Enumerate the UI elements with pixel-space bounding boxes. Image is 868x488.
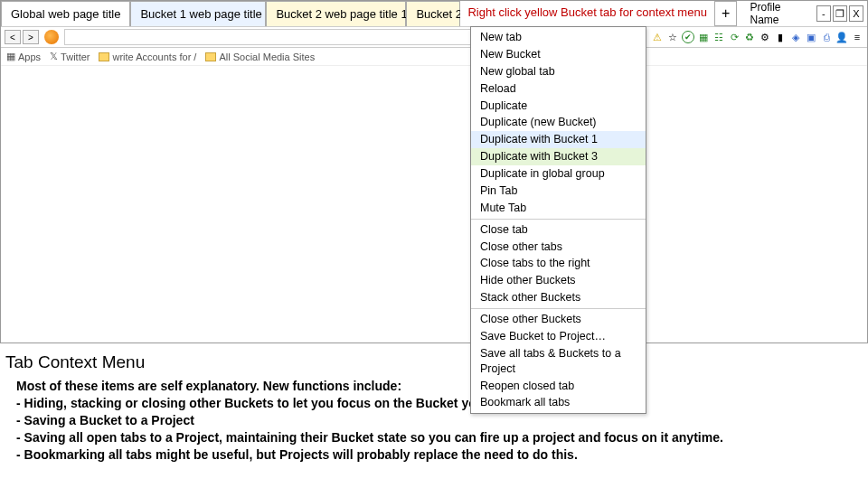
twitter-icon: 𝕏	[50, 51, 58, 62]
menu-bookmark-all[interactable]: Bookmark all tabs	[471, 394, 646, 411]
password-icon[interactable]: ▦	[697, 31, 710, 43]
back-button[interactable]: <	[5, 30, 21, 44]
doc-line: - Bookmarking all tabs might be useful, …	[5, 446, 863, 464]
menu-duplicate-bucket3[interactable]: Duplicate with Bucket 3	[471, 148, 646, 165]
doc-line: - Saving all open tabs to a Project, mai…	[5, 429, 863, 446]
bookmark-icon[interactable]: ▣	[805, 31, 817, 43]
sync-icon[interactable]: ⟳	[728, 31, 741, 43]
nav-toolbar: < > ⚠ ☆ ✔ ▦ ☷ ⟳ ♻ ⚙ ▮ ◈ ▣ ⎙ 👤 ≡	[1, 26, 867, 48]
menu-separator	[471, 308, 646, 309]
menu-mute-tab[interactable]: Mute Tab	[471, 200, 646, 217]
new-tab-button[interactable]: +	[714, 1, 738, 26]
bookmark-twitter[interactable]: 𝕏 Twitter	[50, 51, 90, 62]
menu-pin-tab[interactable]: Pin Tab	[471, 183, 646, 200]
bookmark-label: Apps	[18, 52, 41, 62]
apps-icon: ▦	[6, 51, 15, 62]
divider-icon: ▮	[774, 31, 787, 43]
browser-icon	[44, 30, 59, 44]
tab-context-menu: New tab New Bucket New global tab Reload…	[470, 26, 646, 414]
folder-icon	[99, 52, 109, 61]
tab-bucket2-b[interactable]: Bucket 2	[406, 1, 460, 26]
forward-button[interactable]: >	[23, 30, 39, 44]
doc-line: Most of these items are self explanatory…	[5, 378, 863, 395]
menu-save-bucket-project[interactable]: Save Bucket to Project…	[471, 328, 646, 345]
window-controls: Profile Name - ❐ X	[737, 1, 867, 26]
star-icon[interactable]: ☆	[666, 31, 679, 43]
doc-line: - Hiding, stacking or closing other Buck…	[5, 395, 863, 412]
bookmark-accounts[interactable]: write Accounts for /	[99, 52, 196, 62]
print-icon[interactable]: ⎙	[820, 31, 833, 43]
maximize-button[interactable]: ❐	[833, 5, 847, 22]
bookmark-label: Twitter	[61, 52, 90, 62]
menu-reload[interactable]: Reload	[471, 80, 646, 98]
bookmark-apps[interactable]: ▦ Apps	[6, 51, 41, 62]
minimize-button[interactable]: -	[816, 5, 831, 22]
menu-duplicate-new-bucket[interactable]: Duplicate (new Bucket)	[471, 114, 646, 131]
menu-close-tab[interactable]: Close tab	[471, 221, 646, 239]
check-icon[interactable]: ✔	[682, 31, 694, 43]
context-hint: Right click yellow Bucket tab for contex…	[460, 1, 713, 26]
recycle-icon[interactable]: ♻	[743, 31, 756, 43]
menu-stack-other-buckets[interactable]: Stack other Buckets	[471, 289, 646, 306]
menu-duplicate[interactable]: Duplicate	[471, 98, 646, 115]
tab-bar: Global web page title Bucket 1 web page …	[1, 1, 867, 26]
menu-hide-other-buckets[interactable]: Hide other Buckets	[471, 272, 646, 289]
doc-heading: Tab Context Menu	[5, 352, 863, 372]
menu-new-tab[interactable]: New tab	[471, 29, 646, 46]
bookmark-label: All Social Media Sites	[219, 52, 315, 62]
menu-close-other-buckets[interactable]: Close other Buckets	[471, 311, 646, 328]
warning-icon[interactable]: ⚠	[651, 31, 664, 43]
calendar-icon[interactable]: ☷	[712, 31, 725, 43]
gear-icon[interactable]: ⚙	[759, 31, 771, 43]
menu-separator	[471, 219, 646, 220]
menu-icon[interactable]: ≡	[851, 31, 863, 43]
menu-duplicate-bucket1[interactable]: Duplicate with Bucket 1	[471, 131, 646, 148]
menu-duplicate-global[interactable]: Duplicate in global group	[471, 165, 646, 183]
doc-line: - Saving a Bucket to a Project	[5, 412, 863, 429]
description-block: Tab Context Menu Most of these items are…	[0, 343, 868, 463]
menu-new-bucket[interactable]: New Bucket	[471, 46, 646, 63]
menu-reopen-closed[interactable]: Reopen closed tab	[471, 378, 646, 395]
tab-global[interactable]: Global web page title	[1, 1, 130, 26]
browser-window: Global web page title Bucket 1 web page …	[0, 0, 868, 343]
bookmark-social[interactable]: All Social Media Sites	[205, 52, 315, 62]
menu-save-all-project[interactable]: Save all tabs & Buckets to a Project	[471, 345, 646, 378]
close-window-button[interactable]: X	[849, 5, 863, 22]
tab-bucket2-a[interactable]: Bucket 2 web page title 1	[266, 1, 406, 26]
bookmarks-bar: ▦ Apps 𝕏 Twitter write Accounts for / Al…	[1, 48, 867, 66]
menu-close-other-tabs[interactable]: Close other tabs	[471, 239, 646, 256]
bookmark-label: write Accounts for /	[112, 52, 196, 62]
menu-close-right[interactable]: Close tabs to the right	[471, 255, 646, 272]
diamond-icon[interactable]: ◈	[789, 31, 802, 43]
tab-bucket1[interactable]: Bucket 1 web page title	[130, 1, 266, 26]
menu-new-global-tab[interactable]: New global tab	[471, 63, 646, 80]
profile-name[interactable]: Profile Name	[741, 1, 814, 26]
folder-icon	[205, 52, 216, 61]
user-icon[interactable]: 👤	[835, 31, 848, 43]
toolbar-icons: ⚠ ☆ ✔ ▦ ☷ ⟳ ♻ ⚙ ▮ ◈ ▣ ⎙ 👤 ≡	[646, 31, 863, 43]
